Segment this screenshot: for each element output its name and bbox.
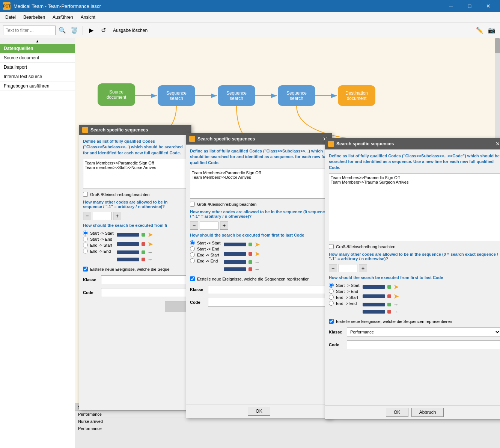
dialog1-radio-start-end[interactable] [83,237,88,241]
dialog2-radio-end-start[interactable] [190,252,195,257]
dialog1-erstelle-checkbox[interactable] [83,267,88,272]
dialog3-title-bar: Search specific sequences ✕ [325,138,500,149]
search-button[interactable]: 🔍 [57,25,68,36]
dialog1-direction-visual: ➤ ➤ → → [117,231,162,264]
menu-datei[interactable]: Datei [2,13,20,21]
delete-button[interactable]: 🗑️ [69,25,80,36]
dialog2-how-many-label: How many other codes are allowed to be i… [190,210,328,219]
sidebar-item-internal-text-source[interactable]: Internal text source [0,72,75,81]
dialog2-textarea[interactable]: Team Members>>Paramedic Sign Off Team Me… [190,169,328,199]
filter-input[interactable] [3,26,56,35]
dialog1-plus-btn[interactable]: + [113,212,121,220]
menu-bearbeiten[interactable]: Bearbeiten [20,13,49,21]
dialog2-code-label: Code [190,300,205,305]
dialog1-directions: Start -> Start Start -> End End -> Start [83,231,187,264]
close-button[interactable]: ✕ [480,0,497,12]
dialog2-radio-start-start[interactable] [190,240,195,245]
dialog3-radio-start-end[interactable] [329,289,334,294]
dialog3-radio-end-end[interactable] [329,301,334,306]
toolbar: 🔍 🗑️ ▶ ↺ Ausgabe löschen ✏️ 📷 [0,23,500,38]
ausgabe-loschen-label: Ausgabe löschen [113,28,148,33]
dialog2-radio-1: Start -> End [190,246,221,251]
dialog1-checkbox[interactable] [83,192,88,197]
play-button[interactable]: ▶ [86,25,96,36]
dialog2-minus-btn[interactable]: − [190,222,198,230]
edit-button[interactable]: ✏️ [474,25,485,36]
dialog3-description: Define as list of fully qualified Codes … [329,153,500,170]
dialog2-execute-label: How should the search be executed from f… [190,233,328,237]
menu-ausfuhren[interactable]: Ausführen [49,13,77,21]
dialog1-confirm-btn[interactable] [165,302,187,312]
dialog2-checkbox[interactable] [190,202,195,207]
list-item[interactable]: Performance [75,425,500,432]
dialog3-abbruch-btn[interactable]: Abbruch [411,408,444,417]
flow-node-seq2[interactable]: Sequence search [218,85,255,106]
dialog2-radio-end-end[interactable] [190,258,195,263]
dialog3-radio-end-start[interactable] [329,295,334,300]
sidebar-item-datenquellen[interactable]: DatenquelIlen [0,44,75,53]
dialog2-ok-btn[interactable]: OK [248,407,270,416]
dialog1-radio-0: Start -> Start [83,231,114,235]
sidebar-item-fragebogen[interactable]: Fragebogen ausführen [0,81,75,91]
dialog1-radio-start-start[interactable] [83,231,88,235]
scrollbar-thumb[interactable] [495,38,500,53]
dialog2-klasse-input[interactable]: Performance [208,285,328,294]
dialog2-plus-btn[interactable]: + [220,222,228,230]
dialog2-title-bar: Search specific sequences ✕ [186,133,332,145]
dialog1-radio-end-end[interactable] [83,249,88,253]
scroll-up[interactable]: ▲ [0,38,75,44]
dialog3-execute-label: How should the search be executed from f… [329,275,500,280]
flow-node-seq3[interactable]: Sequence search [278,85,315,106]
dialog2-radio-3: End -> End [190,258,221,263]
dialog1-description: Define as list of fully qualified Codes … [83,139,187,156]
dialog3-radio-start-start[interactable] [329,283,334,288]
flow-node-seq1[interactable]: Sequence search [158,85,195,106]
dialog3-erstelle-checkbox[interactable] [329,319,334,324]
dialog1-code-input[interactable]: Nurse arrived [101,288,187,297]
dialog2-num-input[interactable]: -1,0 [200,222,218,230]
dialog3-checkbox[interactable] [329,244,334,249]
maximize-button[interactable]: □ [461,0,478,12]
dialog2-code-input[interactable]: Doctor arrived [208,298,328,307]
dialog3-directions: Start -> Start Start -> End End -> Start [329,283,500,316]
dialog3-code-label: Code [329,342,344,347]
dialog2-radio-group: Start -> Start Start -> End End -> Start [190,240,221,263]
reset-button[interactable]: ↺ [98,25,108,36]
canvas-area: Source document Sequence search Sequence… [75,38,500,448]
dialog1-radio-group: Start -> Start Start -> End End -> Start [83,231,114,253]
dialog2-body: Define as list of fully qualified Codes … [186,145,332,404]
dialog2-erstelle-checkbox[interactable] [190,276,195,281]
dialog1-num-input[interactable]: -1,0 [93,212,111,220]
dialog2-icon [189,136,195,142]
dialog3-num-input[interactable]: -1,0 [339,264,357,272]
dialog3-klasse-select[interactable]: Performance [347,327,500,336]
dialog3-close-btn[interactable]: ✕ [494,140,500,148]
minimize-button[interactable]: ─ [442,0,459,12]
dialog1-minus-btn[interactable]: − [83,212,91,220]
flow-node-source[interactable]: Source document [98,83,135,106]
dialog3-code-input[interactable]: Trauma Surgeon Arrived [347,340,500,349]
dialog3-plus-btn[interactable]: + [359,264,367,272]
dialog3-minus-btn[interactable]: − [329,264,337,272]
dialog1-icon [82,127,88,133]
dialog2-erstelle-label: Erstelle neue Ereignisse, welche die Seq… [197,277,309,281]
menu-ansicht[interactable]: Ansicht [77,13,99,21]
dialog1-klasse-input[interactable]: Performance [101,275,187,284]
dialog1-execute-label: How should the search be executed from f… [83,223,187,228]
dialog2-radio-start-end[interactable] [190,246,195,251]
dialog1-radio-end-start[interactable] [83,243,88,247]
sidebar-item-source-document[interactable]: Source document [0,53,75,63]
dialog2-directions: Start -> Start Start -> End End -> Start [190,240,328,273]
dialog1-radio-2: End -> Start [83,243,114,247]
dialog-1: Search specific sequences Define as list… [79,125,191,410]
title-bar: PCT Medical Team - Team-Performance.iasc… [0,0,500,12]
dialog3-ok-btn[interactable]: OK [386,408,408,417]
dialog1-textarea[interactable]: Team Members>>Paramedic Sign Off Team me… [83,159,187,189]
dialog3-radio-0: Start -> Start [329,283,360,288]
flow-node-dest[interactable]: Destination document [338,85,375,106]
dialog1-erstelle-label: Erstelle neue Ereignisse, welche die Seq… [90,267,170,272]
camera-button[interactable]: 📷 [486,25,497,36]
dialog3-number-row: − -1,0 + [329,264,500,272]
dialog3-textarea[interactable]: Team Members>>Paramedic Sign Off Team Me… [329,173,500,241]
sidebar-item-data-import[interactable]: Data import [0,63,75,72]
